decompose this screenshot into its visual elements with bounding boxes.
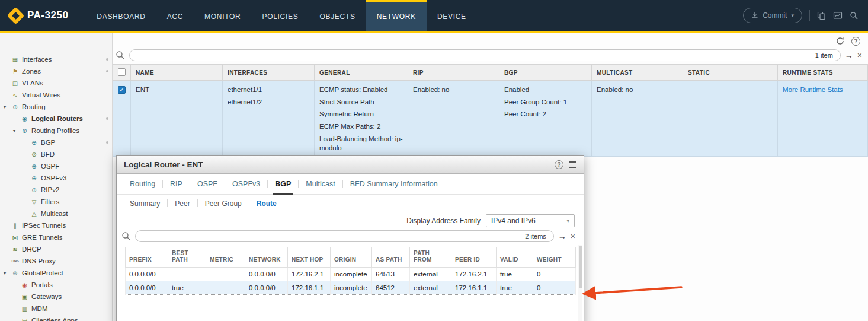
subtab-summary[interactable]: Summary: [123, 199, 167, 208]
column-header[interactable]: PEER ID: [451, 247, 497, 268]
sidebar-item-dns-proxy[interactable]: DNSDNS Proxy: [0, 255, 112, 267]
sidebar-item-routing-profiles[interactable]: ▾⊕Routing Profiles: [0, 125, 112, 136]
apply-filter-icon[interactable]: →: [558, 232, 566, 240]
tab-device[interactable]: DEVICE: [427, 0, 477, 31]
sidebar-item-ripv2[interactable]: ⊕RIPv2: [0, 184, 112, 196]
column-header[interactable]: RUNTIME STATS: [778, 65, 868, 81]
tab-policies[interactable]: POLICIES: [251, 0, 309, 31]
task-manager-icon[interactable]: [833, 11, 843, 20]
sidebar-item-routing[interactable]: ▾⊕Routing: [0, 101, 112, 113]
column-header[interactable]: MULTICAST: [592, 65, 683, 81]
column-header[interactable]: AS PATH: [372, 247, 410, 268]
vertical-scrollbar[interactable]: [578, 245, 582, 321]
column-header[interactable]: STATIC: [683, 65, 778, 81]
column-header[interactable]: PREFIX: [126, 247, 168, 268]
column-header[interactable]: GENERAL: [315, 65, 408, 81]
dialog-maximize-icon[interactable]: [569, 161, 576, 168]
sidebar-item-bgp[interactable]: ⊕BGP: [0, 136, 112, 148]
subtab-peer-group[interactable]: Peer Group: [198, 199, 249, 208]
column-header[interactable]: METRIC: [206, 247, 245, 268]
column-header[interactable]: NAME: [131, 65, 223, 81]
logical-router-dialog: Logical Router - ENT ? Routing RIP OSPF …: [116, 155, 584, 321]
search-icon: [121, 231, 131, 241]
tab-routing[interactable]: Routing: [123, 174, 162, 194]
subtab-peer[interactable]: Peer: [168, 199, 197, 208]
runtime-stats-cell: More Runtime Stats: [778, 81, 868, 157]
search-input[interactable]: 1 item: [129, 49, 841, 61]
sidebar-item-portals[interactable]: ◉Portals: [0, 279, 112, 291]
zones-icon: ⚑: [11, 68, 20, 75]
sidebar-item-ipsec-tunnels[interactable]: ∥IPSec Tunnels: [0, 220, 112, 231]
tab-bfd-summary[interactable]: BFD Summary Information: [343, 174, 445, 194]
router-interfaces: ethernet1/1 ethernet1/2: [223, 81, 315, 157]
sidebar-item-gre-tunnels[interactable]: ⋈GRE Tunnels: [0, 231, 112, 243]
apply-filter-icon[interactable]: →: [845, 51, 853, 59]
sidebar-item-vlans[interactable]: ◫VLANs: [0, 77, 112, 89]
routing-profiles-icon: ⊕: [20, 128, 29, 134]
sidebar-item-mdm[interactable]: ▥MDM: [0, 303, 112, 314]
interfaces-icon: ▦: [11, 56, 20, 63]
routers-filter-bar: 1 item → ×: [113, 49, 868, 64]
column-header[interactable]: RIP: [408, 65, 499, 81]
table-row[interactable]: ✓ ENT ethernet1/1 ethernet1/2 ECMP statu…: [113, 81, 868, 157]
help-icon[interactable]: ?: [851, 37, 860, 46]
sidebar-item-clientless-apps[interactable]: ▤Clientless Apps: [0, 314, 112, 321]
clientless-apps-icon: ▤: [20, 317, 29, 321]
sidebar-item-bfd[interactable]: ⊘BFD: [0, 148, 112, 160]
chevron-down-icon[interactable]: ▾: [4, 271, 11, 276]
tab-objects[interactable]: OBJECTS: [309, 0, 366, 31]
tab-ospfv3[interactable]: OSPFv3: [225, 174, 267, 194]
tab-acc[interactable]: ACC: [156, 0, 194, 31]
commit-label: Commit: [763, 11, 787, 20]
commit-button[interactable]: Commit ▾: [743, 8, 802, 23]
bgp-route-table: PREFIX BEST PATH METRIC NETWORK NEXT HOP…: [125, 247, 576, 295]
clear-filter-icon[interactable]: ×: [857, 51, 862, 59]
sidebar-item-ospfv3[interactable]: ⊕OSPFv3: [0, 172, 112, 184]
address-family-select[interactable]: IPv4 and IPv6 ▾: [486, 214, 575, 227]
dialog-header[interactable]: Logical Router - ENT ?: [117, 156, 584, 174]
column-header[interactable]: PATH FROM: [410, 247, 451, 268]
column-header[interactable]: BGP: [499, 65, 592, 81]
sidebar-item-filters[interactable]: ▽Filters: [0, 196, 112, 208]
tab-network[interactable]: NETWORK: [366, 0, 427, 31]
column-header[interactable]: NEXT HOP: [288, 247, 331, 268]
column-header[interactable]: INTERFACES: [223, 65, 315, 81]
select-all-checkbox[interactable]: [118, 68, 126, 76]
sidebar-item-multicast[interactable]: △Multicast: [0, 208, 112, 220]
tab-rip[interactable]: RIP: [163, 174, 190, 194]
chevron-down-icon[interactable]: ▾: [13, 128, 20, 134]
row-checkbox[interactable]: ✓: [118, 86, 126, 94]
tab-ospf[interactable]: OSPF: [190, 174, 225, 194]
column-header[interactable]: ORIGIN: [331, 247, 372, 268]
tab-multicast[interactable]: Multicast: [299, 174, 342, 194]
gateways-icon: ▣: [20, 294, 29, 300]
tab-monitor[interactable]: MONITOR: [194, 0, 251, 31]
save-config-icon[interactable]: [817, 11, 826, 20]
portals-icon: ◉: [20, 282, 29, 288]
clear-filter-icon[interactable]: ×: [571, 232, 575, 240]
route-search-input[interactable]: 2 items: [135, 230, 554, 242]
sidebar-item-zones[interactable]: ⚑Zones: [0, 65, 112, 77]
sidebar-item-dhcp[interactable]: ≋DHCP: [0, 243, 112, 255]
refresh-icon[interactable]: [835, 36, 845, 46]
sidebar-item-gateways[interactable]: ▣Gateways: [0, 291, 112, 303]
sidebar-item-logical-routers[interactable]: ◉Logical Routers: [0, 113, 112, 125]
sidebar-item-ospf[interactable]: ⊕OSPF: [0, 160, 112, 172]
route-row[interactable]: 0.0.0.0/0 0.0.0.0/0 172.16.2.1 incomplet…: [126, 268, 576, 281]
tab-bgp[interactable]: BGP: [268, 174, 298, 194]
column-header[interactable]: BEST PATH: [168, 247, 206, 268]
logical-routers-table: NAME INTERFACES GENERAL RIP BGP MULTICAS…: [113, 64, 868, 157]
dialog-help-icon[interactable]: ?: [555, 160, 563, 169]
tab-dashboard[interactable]: DASHBOARD: [86, 0, 156, 31]
chevron-down-icon[interactable]: ▾: [4, 104, 11, 110]
subtab-route[interactable]: Route: [249, 199, 284, 208]
sidebar-item-interfaces[interactable]: ▦Interfaces: [0, 53, 112, 65]
column-header[interactable]: VALID: [497, 247, 533, 268]
column-header[interactable]: WEIGHT: [533, 247, 576, 268]
sidebar-item-virtual-wires[interactable]: ∿Virtual Wires: [0, 89, 112, 101]
more-runtime-stats-link[interactable]: More Runtime Stats: [783, 86, 843, 93]
search-icon[interactable]: [850, 11, 859, 20]
sidebar-item-globalprotect[interactable]: ▾⊚GlobalProtect: [0, 267, 112, 279]
route-row[interactable]: 0.0.0.0/0 true 0.0.0.0/0 172.16.1.1 inco…: [126, 281, 576, 295]
column-header[interactable]: NETWORK: [245, 247, 288, 268]
